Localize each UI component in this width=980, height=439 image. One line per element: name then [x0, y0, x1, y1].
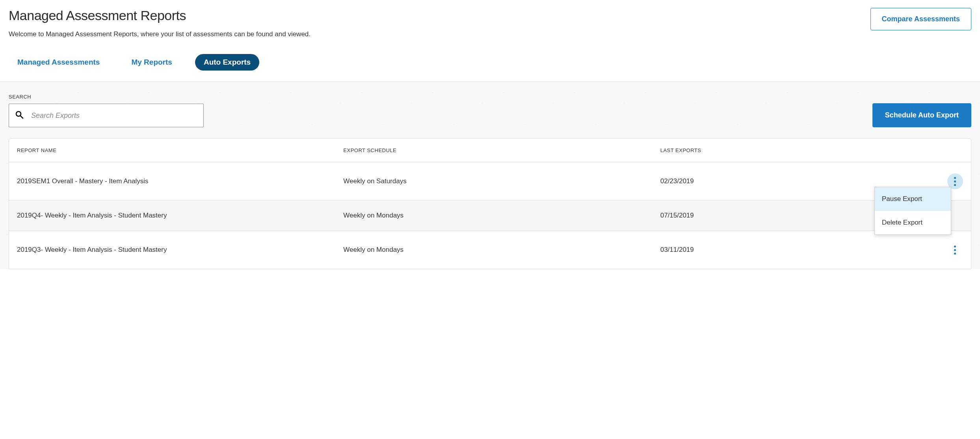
title-area: Managed Assessment Reports Welcome to Ma… — [9, 8, 870, 38]
header-report-name: REPORT NAME — [17, 147, 343, 153]
cell-report-name: 2019Q3- Weekly - Item Analysis - Student… — [17, 246, 343, 254]
page-subtitle: Welcome to Managed Assessment Reports, w… — [9, 30, 870, 38]
table-body: 2019SEM1 Overall - Mastery - Item Analys… — [9, 162, 971, 269]
header-last-exports: LAST EXPORTS — [660, 147, 906, 153]
cell-last-exports: 02/23/2019 — [660, 177, 906, 185]
search-icon — [15, 110, 24, 121]
table-row: 2019Q4- Weekly - Item Analysis - Student… — [9, 201, 971, 231]
page-container: Managed Assessment Reports Welcome to Ma… — [0, 0, 980, 269]
header-export-schedule: EXPORT SCHEDULE — [343, 147, 660, 153]
more-actions-button[interactable] — [947, 242, 963, 258]
tabs-section: Managed Assessments My Reports Auto Expo… — [0, 38, 980, 71]
content-section: SEARCH Schedule Auto Export REPORT NAME … — [0, 82, 980, 269]
menu-item-delete-export[interactable]: Delete Export — [875, 211, 951, 234]
cell-export-schedule: Weekly on Saturdays — [343, 177, 660, 185]
search-box[interactable] — [9, 104, 204, 127]
table-row: 2019SEM1 Overall - Mastery - Item Analys… — [9, 162, 971, 201]
table-row: 2019Q3- Weekly - Item Analysis - Student… — [9, 231, 971, 269]
context-menu: Pause Export Delete Export — [874, 187, 951, 235]
svg-line-1 — [20, 116, 23, 118]
cell-export-schedule: Weekly on Mondays — [343, 212, 660, 219]
tab-auto-exports[interactable]: Auto Exports — [195, 54, 259, 71]
search-row: SEARCH Schedule Auto Export — [9, 94, 971, 127]
cell-last-exports: 03/11/2019 — [660, 246, 906, 254]
header-actions — [906, 147, 963, 153]
cell-report-name: 2019Q4- Weekly - Item Analysis - Student… — [17, 212, 343, 219]
cell-actions — [906, 242, 963, 258]
search-input[interactable] — [31, 112, 198, 120]
schedule-auto-export-button[interactable]: Schedule Auto Export — [872, 103, 971, 127]
tab-my-reports[interactable]: My Reports — [123, 54, 180, 71]
table-container: REPORT NAME EXPORT SCHEDULE LAST EXPORTS… — [9, 138, 971, 269]
search-group: SEARCH — [9, 94, 204, 127]
vertical-dots-icon — [954, 177, 956, 186]
cell-last-exports: 07/15/2019 — [660, 212, 906, 219]
tab-managed-assessments[interactable]: Managed Assessments — [9, 54, 108, 71]
header-section: Managed Assessment Reports Welcome to Ma… — [0, 0, 980, 38]
compare-assessments-button[interactable]: Compare Assessments — [870, 8, 971, 30]
menu-item-pause-export[interactable]: Pause Export — [875, 187, 951, 211]
cell-report-name: 2019SEM1 Overall - Mastery - Item Analys… — [17, 177, 343, 185]
vertical-dots-icon — [954, 246, 956, 255]
page-title: Managed Assessment Reports — [9, 8, 870, 23]
search-label: SEARCH — [9, 94, 204, 100]
table-header: REPORT NAME EXPORT SCHEDULE LAST EXPORTS — [9, 139, 971, 162]
cell-export-schedule: Weekly on Mondays — [343, 246, 660, 254]
